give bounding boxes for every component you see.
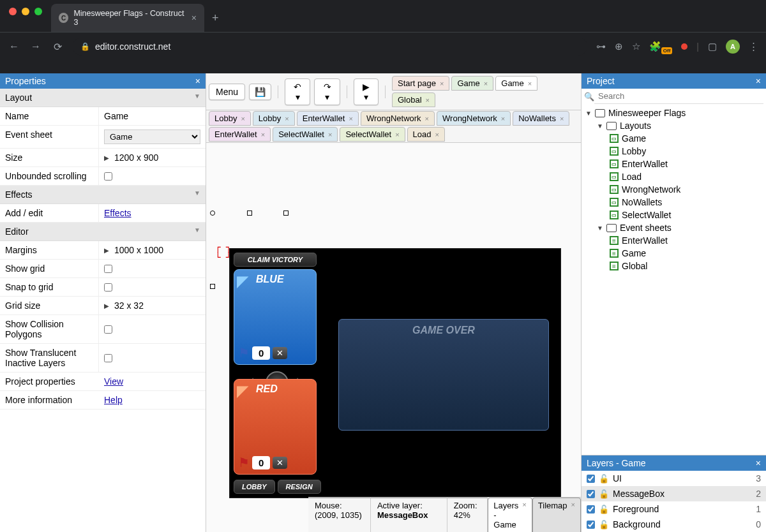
tab-close-icon[interactable]: ×	[395, 131, 399, 138]
showtrans-checkbox[interactable]	[104, 354, 112, 362]
lock-icon[interactable]: 🔓	[599, 489, 609, 499]
prop-event-sheet-select[interactable]: Game	[99, 126, 206, 148]
effects-section-header[interactable]: Effects▼	[0, 186, 206, 204]
tab-close-icon[interactable]: ×	[261, 131, 265, 138]
project-close-icon[interactable]: ×	[756, 76, 761, 86]
lobby-button[interactable]: LOBBY	[234, 480, 275, 494]
tree-item[interactable]: ▭WrongNetwork	[583, 183, 765, 196]
showcoll-checkbox[interactable]	[104, 325, 112, 334]
tab-close-icon[interactable]: ×	[425, 115, 429, 122]
key-icon[interactable]: ⊶	[596, 41, 606, 52]
document-tab[interactable]: WrongNetwork×	[437, 111, 511, 126]
layer-visibility-checkbox[interactable]	[587, 521, 595, 529]
cast-icon[interactable]: ▢	[708, 41, 717, 52]
layout-section-header[interactable]: Layout▼	[0, 89, 206, 107]
tree-item[interactable]: Game	[583, 247, 765, 260]
new-tab-button[interactable]: +	[212, 11, 219, 25]
x-button[interactable]: ✕	[273, 457, 287, 469]
x-button[interactable]: ✕	[273, 347, 287, 359]
document-tab[interactable]: WrongNetwork×	[361, 111, 435, 126]
star-icon[interactable]: ☆	[632, 41, 640, 52]
layer-visibility-checkbox[interactable]	[587, 505, 595, 514]
layer-visibility-checkbox[interactable]	[587, 490, 595, 498]
document-tab[interactable]: Global×	[392, 92, 435, 107]
layer-row[interactable]: 🔓MessageBox2	[582, 486, 766, 501]
menu-icon[interactable]: ⋮	[749, 41, 758, 52]
lock-icon[interactable]: 🔓	[599, 505, 609, 514]
resign-button[interactable]: RESIGN	[278, 480, 321, 494]
effects-link[interactable]: Effects	[104, 208, 131, 218]
tab-close-icon[interactable]: ×	[560, 115, 564, 122]
tab-close-icon[interactable]: ×	[435, 131, 439, 138]
document-tab[interactable]: NoWallets×	[513, 111, 569, 126]
redo-button[interactable]: ↷ ▾	[314, 78, 340, 105]
profile-avatar[interactable]: A	[726, 40, 740, 54]
undo-button[interactable]: ↶ ▾	[285, 78, 310, 105]
record-icon[interactable]	[681, 43, 687, 50]
snapgrid-checkbox[interactable]	[104, 283, 112, 292]
prop-size-value[interactable]: ▶1200 x 900	[99, 149, 206, 166]
play-button[interactable]: ▶ ▾	[354, 78, 379, 105]
document-tab[interactable]: Game×	[451, 76, 493, 91]
claim-victory-button[interactable]: CLAIM VICTORY	[234, 253, 317, 267]
document-tab[interactable]: Start page×	[392, 76, 449, 91]
layer-row[interactable]: 🔓UI3	[582, 471, 766, 486]
tree-item[interactable]: ▼Layouts	[583, 119, 765, 132]
document-tab[interactable]: EnterWallet×	[209, 127, 271, 142]
close-window-button[interactable]	[9, 8, 17, 15]
minimize-window-button[interactable]	[22, 8, 29, 15]
tab-close-icon[interactable]: ×	[426, 96, 430, 104]
tree-item[interactable]: Global	[583, 260, 765, 272]
tree-item[interactable]: ▭EnterWallet	[583, 158, 765, 170]
bottom-tab-layers[interactable]: Layers - Game×	[488, 498, 532, 532]
document-tab[interactable]: SelectWallet×	[340, 127, 405, 142]
showgrid-checkbox[interactable]	[104, 265, 112, 273]
document-tab[interactable]: EnterWallet×	[297, 111, 359, 126]
url-bar[interactable]: 🔒 editor.construct.net	[73, 38, 587, 55]
properties-close-icon[interactable]: ×	[195, 76, 200, 86]
unbounded-checkbox[interactable]	[104, 172, 112, 181]
layer-visibility-checkbox[interactable]	[587, 475, 595, 483]
maximize-window-button[interactable]	[34, 8, 42, 15]
tab-close-icon[interactable]: ×	[328, 131, 332, 138]
project-props-link[interactable]: View	[104, 376, 123, 387]
tree-item[interactable]: ▭NoWallets	[583, 196, 765, 209]
tab-close-icon[interactable]: ×	[285, 115, 289, 122]
project-search-input[interactable]	[594, 89, 763, 104]
extensions-icon[interactable]: 🧩Off	[649, 41, 673, 52]
tree-item[interactable]: EnterWallet	[583, 234, 765, 247]
tree-item[interactable]: ▭Load	[583, 170, 765, 183]
layer-row[interactable]: 🔓Background0	[582, 517, 766, 532]
layout-canvas[interactable]: ┌ ┐└ ┘ CLAIM VICTORY ◤ BLUE ⚑ 0 ✕ ★ 51	[206, 143, 581, 532]
document-tab[interactable]: Load×	[407, 127, 445, 142]
tab-close-icon[interactable]: ×	[484, 80, 488, 87]
bottom-tab-tilemap[interactable]: Tilemap×	[532, 498, 581, 532]
tree-item[interactable]: ▭SelectWallet	[583, 209, 765, 221]
prop-name-value[interactable]: Game	[99, 107, 206, 125]
menu-button[interactable]: Menu	[209, 84, 245, 100]
forward-button[interactable]: →	[29, 41, 42, 52]
more-info-link[interactable]: Help	[104, 395, 123, 405]
layers-close-icon[interactable]: ×	[756, 458, 761, 468]
add-icon[interactable]: ⊕	[615, 41, 623, 52]
lock-icon[interactable]: 🔓	[599, 520, 609, 529]
tree-item[interactable]: ▼Event sheets	[583, 221, 765, 234]
tree-item[interactable]: ▭Game	[583, 132, 765, 145]
back-button[interactable]: ←	[8, 41, 20, 52]
tab-close-icon[interactable]: ×	[349, 115, 352, 122]
document-tab[interactable]: Lobby×	[209, 111, 251, 126]
tab-close-icon[interactable]: ×	[440, 80, 444, 87]
tree-item[interactable]: ▭Lobby	[583, 145, 765, 158]
save-button[interactable]: 💾	[249, 84, 271, 100]
tree-item[interactable]: ▼Minesweeper Flags	[583, 107, 765, 119]
document-tab[interactable]: Game×	[495, 76, 537, 91]
document-tab[interactable]: SelectWallet×	[273, 127, 338, 142]
close-tab-icon[interactable]: ×	[192, 13, 197, 23]
tab-close-icon[interactable]: ×	[501, 115, 505, 122]
tab-close-icon[interactable]: ×	[528, 80, 532, 87]
layer-row[interactable]: 🔓Foreground1	[582, 501, 766, 517]
document-tab[interactable]: Lobby×	[253, 111, 295, 126]
reload-button[interactable]: ⟳	[51, 41, 64, 53]
tab-close-icon[interactable]: ×	[241, 115, 244, 122]
browser-tab[interactable]: C Minesweeper Flags - Construct 3 ×	[51, 4, 204, 32]
